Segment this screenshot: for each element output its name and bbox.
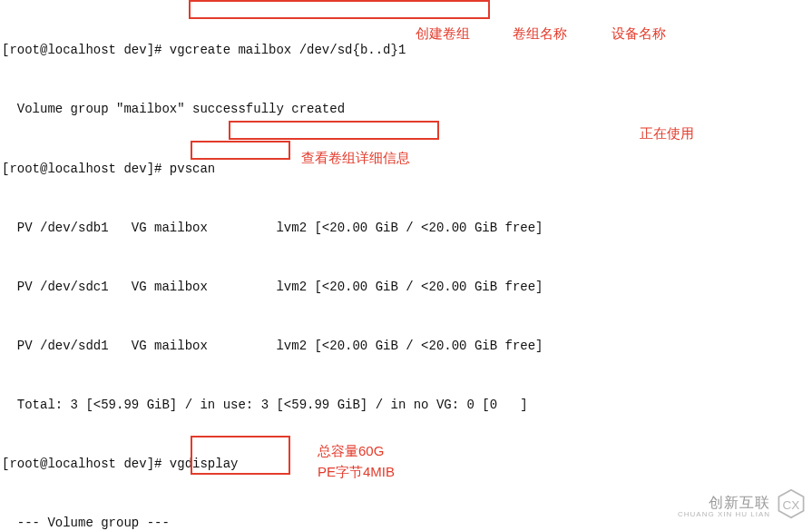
pvscan-in-use-segment: in use: 3 [<59.99 GiB] <box>200 398 367 412</box>
hexagon-logo-icon: CX <box>776 488 807 526</box>
annotation-vg-detail: 查看卷组详细信息 <box>301 147 410 168</box>
command-vgcreate: vgcreate mailbox /dev/sd{b..d}1 <box>170 43 406 57</box>
annotation-in-use: 正在使用 <box>640 123 694 143</box>
terminal-output: [root@localhost dev]# vgcreate mailbox /… <box>0 0 812 531</box>
watermark: 创新互联 CHUANG XIN HU LIAN CX <box>678 488 807 526</box>
command-vgdisplay: vgdisplay <box>170 457 239 471</box>
annotation-pe-bytes: PE字节4MIB <box>318 461 395 482</box>
watermark-sub: CHUANG XIN HU LIAN <box>678 511 770 519</box>
line-pvscan-out: PV /dev/sdd1 VG mailbox lvm2 [<20.00 GiB… <box>2 337 812 357</box>
line-pvscan-total: Total: 3 [<59.99 GiB] / in use: 3 [<59.9… <box>2 396 812 416</box>
line-vgcreate-out: Volume group "mailbox" successfully crea… <box>2 100 812 120</box>
line-pvscan-out: PV /dev/sdb1 VG mailbox lvm2 [<20.00 GiB… <box>2 219 812 239</box>
annotation-dev-name: 设备名称 <box>611 23 666 44</box>
shell-prompt: [root@localhost dev]# <box>2 162 170 176</box>
annotation-vg-name: 卷组名称 <box>513 23 567 44</box>
annotation-total-cap: 总容量60G <box>318 440 384 461</box>
line-vgcreate: [root@localhost dev]# vgcreate mailbox /… <box>2 41 812 61</box>
line-pvscan-out: PV /dev/sdc1 VG mailbox lvm2 [<20.00 GiB… <box>2 278 812 298</box>
line-vgdisplay-cmd: [root@localhost dev]# vgdisplay <box>2 455 812 475</box>
svg-text:CX: CX <box>783 498 800 512</box>
watermark-brand: 创新互联 <box>678 495 770 511</box>
annotation-create-vg: 创建卷组 <box>416 23 470 44</box>
shell-prompt: [root@localhost dev]# <box>2 457 170 471</box>
shell-prompt: [root@localhost dev]# <box>2 43 170 57</box>
command-pvscan: pvscan <box>170 162 215 176</box>
